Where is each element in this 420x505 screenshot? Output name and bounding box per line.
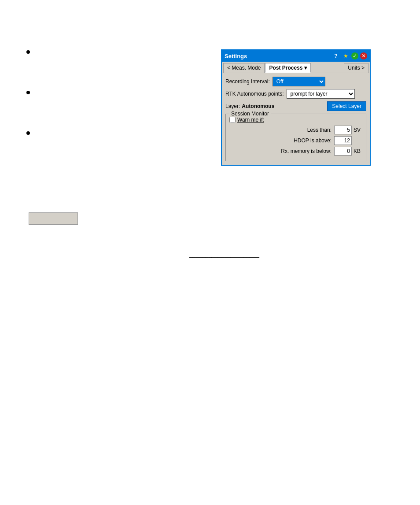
tab-meas-mode[interactable]: < Meas. Mode <box>223 63 265 73</box>
ok-icon[interactable]: ✓ <box>351 52 358 59</box>
help-icon[interactable]: ? <box>332 52 340 60</box>
close-icon[interactable]: ✕ <box>360 52 367 59</box>
tab-bar: < Meas. Mode Post Process ▾ Units > <box>222 62 370 73</box>
hdop-input[interactable] <box>334 136 352 145</box>
less-than-unit: SV <box>354 127 362 133</box>
bullet-dot-2 <box>26 91 30 94</box>
less-than-row: Less than: SV <box>229 126 362 134</box>
bullet-item-2 <box>26 89 33 94</box>
recording-interval-control: Off 1s 5s 10s 30s 1min <box>273 77 366 86</box>
rx-memory-input[interactable] <box>334 147 352 156</box>
bullet-dot-3 <box>26 131 30 135</box>
dialog-body: Recording Interval: Off 1s 5s 10s 30s 1m… <box>222 73 370 165</box>
bullet-item-3 <box>26 130 33 135</box>
title-bar: Settings ? ★ ✓ ✕ <box>222 50 370 62</box>
dialog-title: Settings <box>225 53 247 59</box>
layer-value: Autonomous <box>242 103 274 109</box>
rx-memory-label: Rx. memory is below: <box>281 148 332 154</box>
bullet-dot-1 <box>26 50 30 54</box>
rtk-autonomous-label: RTK Autonomous points: <box>225 91 284 97</box>
hdop-row: HDOP is above: <box>229 136 362 145</box>
bullet-section <box>26 48 33 170</box>
star-icon[interactable]: ★ <box>342 52 350 60</box>
bullet-item-1 <box>26 48 33 54</box>
tab-post-process[interactable]: Post Process ▾ <box>265 63 310 73</box>
warn-checkbox[interactable] <box>229 117 236 123</box>
bottom-left-button[interactable] <box>29 212 78 225</box>
rx-memory-row: Rx. memory is below: KB <box>229 147 362 156</box>
settings-dialog: Settings ? ★ ✓ ✕ < Meas. Mode Post Proce… <box>221 49 371 166</box>
recording-interval-label: Recording Interval: <box>225 78 270 85</box>
rx-memory-unit: KB <box>354 148 362 154</box>
recording-interval-row: Recording Interval: Off 1s 5s 10s 30s 1m… <box>225 77 366 86</box>
warn-label: Warn me if: <box>237 117 264 123</box>
select-layer-button[interactable]: Select Layer <box>327 101 366 111</box>
layer-label: Layer: <box>225 103 240 109</box>
tab-units[interactable]: Units > <box>344 63 368 73</box>
session-monitor-group: Session Monitor Warn me if: Less than: S… <box>225 114 366 161</box>
rtk-autonomous-select[interactable]: prompt for layer always use layer never … <box>287 89 355 99</box>
rtk-autonomous-control: prompt for layer always use layer never … <box>287 89 366 99</box>
hdop-label: HDOP is above: <box>294 137 332 144</box>
less-than-input[interactable] <box>334 126 352 134</box>
warn-checkbox-label[interactable]: Warn me if: <box>229 117 264 123</box>
rtk-autonomous-row: RTK Autonomous points: prompt for layer … <box>225 89 366 99</box>
underline-link[interactable]: ______________________ <box>189 251 259 258</box>
layer-row: Layer: Autonomous Select Layer <box>225 101 366 111</box>
recording-interval-select[interactable]: Off 1s 5s 10s 30s 1min <box>273 77 325 86</box>
less-than-label: Less than: <box>307 127 332 133</box>
title-icons: ? ★ ✓ ✕ <box>332 52 367 60</box>
warn-row: Warn me if: <box>229 117 362 123</box>
session-monitor-legend: Session Monitor <box>229 111 271 117</box>
